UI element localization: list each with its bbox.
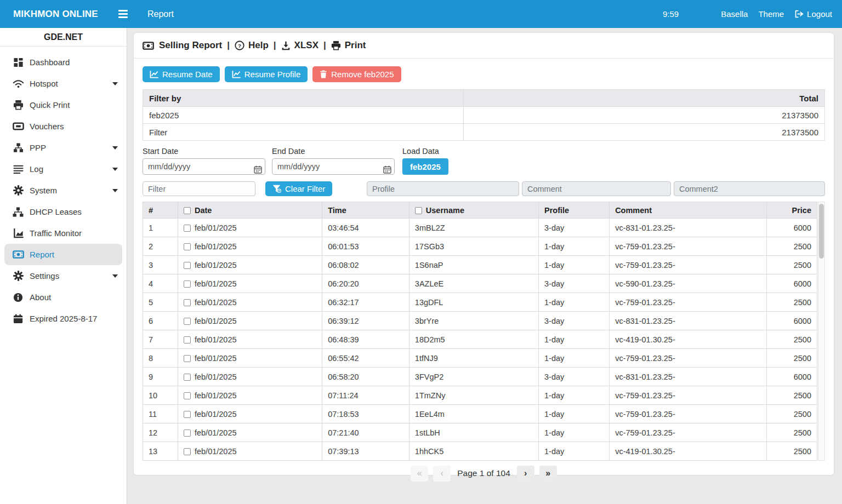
row-profile: 1-day (538, 423, 609, 442)
row-time: 06:20:20 (322, 274, 409, 293)
log-lines-icon (12, 165, 25, 174)
sidebar-item-settings[interactable]: Settings (0, 265, 127, 287)
row-date-cell: feb/01/2025 (178, 256, 322, 274)
sidebar-item-vouchers[interactable]: Vouchers (0, 116, 127, 137)
table-scrollbar-thumb[interactable] (819, 204, 824, 259)
select-all-date-checkbox[interactable] (184, 207, 191, 214)
row-select-checkbox[interactable] (184, 318, 191, 325)
end-date-input[interactable] (272, 158, 395, 175)
filter-controls: Clear Filter (143, 181, 825, 196)
sidebar-item-ppp[interactable]: PPP (0, 137, 127, 158)
row-select-checkbox[interactable] (184, 299, 191, 306)
row-select-checkbox[interactable] (184, 392, 191, 399)
row-select-checkbox[interactable] (184, 448, 191, 455)
resume-date-button[interactable]: Resume Date (143, 66, 220, 82)
table-row: 2 feb/01/2025 06:01:53 17SGb3 1-day vc-7… (143, 237, 817, 256)
report-panel: Selling Report | ? Help | XLSX | (134, 33, 834, 475)
row-date-cell: feb/01/2025 (178, 368, 322, 386)
last-page-button[interactable]: » (539, 466, 557, 482)
resume-profile-button[interactable]: Resume Profile (225, 66, 308, 82)
row-select-checkbox[interactable] (184, 243, 191, 250)
sidebar-item-dashboard[interactable]: Dashboard (0, 51, 127, 73)
load-data-label: Load Data (402, 147, 448, 156)
sidebar-item-hotspot[interactable]: Hotspot (0, 73, 127, 94)
network-nodes-icon (12, 143, 25, 153)
sidebar-item-log[interactable]: Log (0, 158, 127, 180)
row-date-cell: feb/01/2025 (178, 330, 322, 349)
row-select-checkbox[interactable] (184, 429, 191, 437)
header-username: Username (409, 202, 538, 219)
row-profile: 1-day (538, 256, 609, 274)
summary-total: 21373500 (463, 124, 824, 141)
table-row: 9 feb/01/2025 06:58:20 3FVgP2 3-day vc-8… (143, 368, 817, 386)
theme-link[interactable]: Theme (758, 9, 784, 19)
row-price: 2500 (766, 405, 817, 423)
profile-filter-input[interactable] (367, 181, 519, 196)
row-select-checkbox[interactable] (184, 225, 191, 232)
sidebar-item-system[interactable]: System (0, 180, 127, 201)
table-row: 10 feb/01/2025 07:11:24 1TmZNy 1-day vc-… (143, 386, 817, 405)
load-data-button[interactable]: feb2025 (402, 158, 448, 175)
row-time: 03:46:54 (322, 219, 409, 237)
action-buttons: Resume Date Resume Profile Remove feb202… (143, 66, 825, 82)
summary-table: Filter by Total feb2025 21373500 Filter … (143, 89, 825, 141)
chevron-down-icon (112, 82, 118, 85)
row-profile: 3-day (538, 312, 609, 330)
chevron-down-icon (112, 146, 118, 150)
comment-filter-input[interactable] (522, 181, 671, 196)
start-date-input[interactable] (143, 158, 265, 175)
row-username: 1tfNJ9 (409, 349, 538, 368)
logout-link[interactable]: Logout (794, 9, 832, 19)
row-select-checkbox[interactable] (184, 280, 191, 288)
next-page-button[interactable]: › (517, 466, 534, 482)
header-num: # (143, 202, 178, 219)
svg-text:?: ? (238, 43, 241, 49)
sidebar-item-traffic-monitor[interactable]: Traffic Monitor (0, 222, 127, 244)
row-price: 2500 (766, 349, 817, 368)
row-number: 13 (143, 442, 178, 461)
topbar-right: 9:59 Basella Theme Logout (663, 9, 832, 19)
filter-input[interactable] (143, 181, 255, 196)
row-time: 07:11:24 (322, 386, 409, 405)
sidebar-item-dhcp-leases[interactable]: DHCP Leases (0, 201, 127, 222)
row-time: 06:08:02 (322, 256, 409, 274)
row-time: 06:01:53 (322, 237, 409, 256)
sidebar-item-about[interactable]: About (0, 287, 127, 308)
sidebar-item-quick-print[interactable]: Quick Print (0, 94, 127, 116)
row-time: 07:39:13 (322, 442, 409, 461)
print-link[interactable]: Print (331, 40, 366, 51)
row-time: 07:18:53 (322, 405, 409, 423)
row-price: 6000 (766, 368, 817, 386)
row-comment: vc-419-01.30.25- (610, 330, 767, 349)
table-row: 4 feb/01/2025 06:20:20 3AZLeE 3-day vc-5… (143, 274, 817, 293)
row-select-checkbox[interactable] (184, 374, 191, 381)
row-number: 12 (143, 423, 178, 442)
xlsx-export-link[interactable]: XLSX (281, 40, 318, 51)
select-all-username-checkbox[interactable] (415, 207, 422, 214)
remove-data-button[interactable]: Remove feb2025 (312, 66, 401, 82)
session-name-link[interactable]: Basella (721, 9, 748, 19)
trash-icon (320, 70, 327, 78)
row-number: 2 (143, 237, 178, 256)
sidebar: GDE.NET Dashboard Hotspot Quick Print (0, 28, 127, 504)
row-select-checkbox[interactable] (184, 262, 191, 269)
table-scrollbar[interactable] (818, 202, 825, 461)
sidebar-item-expired[interactable]: Expired 2025-8-17 (0, 308, 127, 329)
clear-filter-button[interactable]: Clear Filter (265, 181, 332, 196)
row-username: 1stLbH (409, 423, 538, 442)
first-page-button[interactable]: « (411, 466, 428, 482)
row-select-checkbox[interactable] (184, 355, 191, 362)
row-username: 1hhCK5 (409, 442, 538, 461)
row-comment: vc-831-01.23.25- (610, 312, 767, 330)
prev-page-button[interactable]: ‹ (433, 466, 451, 482)
menu-toggle-icon[interactable] (116, 8, 130, 20)
sidebar-item-report[interactable]: Report (4, 244, 122, 265)
row-price: 2500 (766, 293, 817, 312)
comment2-filter-input[interactable] (674, 181, 825, 196)
row-number: 6 (143, 312, 178, 330)
row-select-checkbox[interactable] (184, 411, 191, 418)
row-time: 06:32:17 (322, 293, 409, 312)
summary-total: 21373500 (463, 107, 824, 124)
help-link[interactable]: ? Help (235, 40, 269, 51)
row-select-checkbox[interactable] (184, 336, 191, 343)
